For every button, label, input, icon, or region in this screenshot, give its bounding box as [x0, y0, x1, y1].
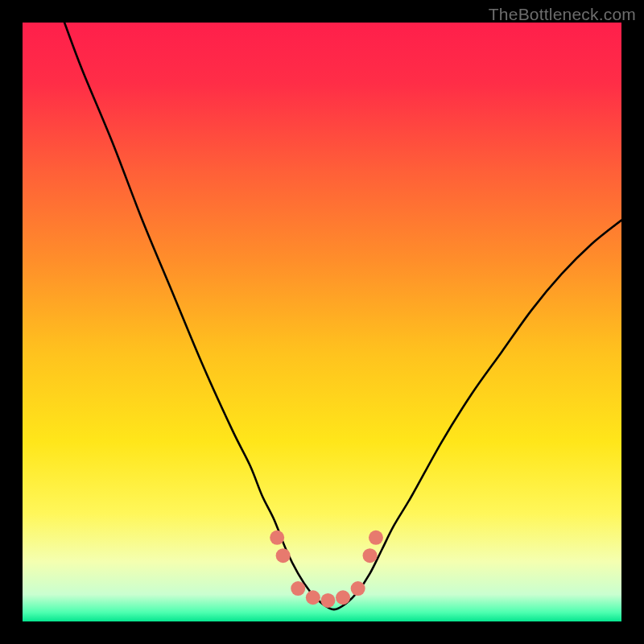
- highlight-dot: [270, 530, 284, 545]
- highlight-dot: [320, 593, 335, 608]
- highlight-dot: [336, 590, 350, 605]
- bottleneck-curve: [64, 23, 621, 609]
- highlight-dot: [291, 581, 305, 596]
- highlight-dot: [306, 590, 320, 605]
- chart-frame: TheBottleneck.com: [0, 0, 644, 644]
- highlight-dot: [369, 530, 383, 545]
- highlight-dot: [351, 581, 365, 596]
- watermark-text: TheBottleneck.com: [489, 5, 636, 24]
- highlight-dot: [276, 548, 291, 563]
- curve-layer: [23, 23, 621, 621]
- highlight-dots: [270, 530, 383, 608]
- plot-area: [23, 23, 621, 621]
- highlight-dot: [363, 548, 378, 563]
